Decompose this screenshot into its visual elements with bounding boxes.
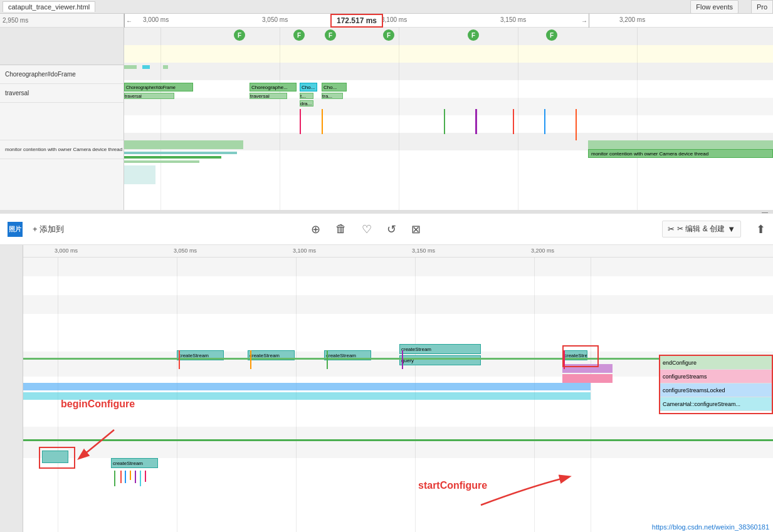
bg-row-1 bbox=[124, 28, 773, 45]
ruler-left-time: 2,950 ms bbox=[3, 17, 28, 24]
mini-bottom-v-4 bbox=[402, 350, 403, 369]
vline-2 bbox=[280, 28, 280, 210]
flow-events-button[interactable]: Flow events bbox=[690, 0, 739, 14]
begin-configure-arrow bbox=[58, 427, 133, 464]
bottom-bg-3 bbox=[23, 295, 773, 314]
delete-icon[interactable]: 🗑 bbox=[335, 222, 347, 236]
heart-icon[interactable]: ♡ bbox=[362, 222, 372, 236]
mini-below-v-7 bbox=[145, 471, 146, 482]
query-block: query bbox=[399, 355, 481, 365]
mini-bottom-v-3 bbox=[327, 350, 328, 369]
vline-5 bbox=[637, 28, 638, 210]
mini-bottom-v-1 bbox=[179, 350, 180, 369]
bottom-bg-1 bbox=[23, 258, 773, 276]
trace-viewer: catapult_trace_viewer.html Flow events P… bbox=[0, 0, 773, 210]
blue-long-bar bbox=[23, 383, 591, 390]
f-marker-3: F bbox=[325, 29, 336, 41]
tab-title[interactable]: catapult_trace_viewer.html bbox=[3, 1, 95, 12]
chore-block-3: Cho... bbox=[300, 83, 317, 91]
trace-left-panel: Choreographer#doFrame traversal monitor … bbox=[0, 28, 124, 210]
mini-below-v-6 bbox=[140, 471, 141, 486]
mini-below-v-3 bbox=[125, 471, 126, 483]
zoom-icon[interactable]: ⊕ bbox=[311, 222, 320, 236]
chore-block-2: Choreographe... bbox=[250, 83, 297, 91]
teal-bar bbox=[124, 152, 237, 154]
trace-main[interactable]: F F F F F F Choreographer#doFrame traver… bbox=[124, 28, 773, 210]
mini-below-v-2 bbox=[120, 471, 122, 483]
photo-toolbar: 照片 + 添加到 ⊕ 🗑 ♡ ↺ ⊠ ✂ ✂ 编辑 & 创建 ▼ ⬆ bbox=[0, 214, 773, 245]
mini-v-4 bbox=[475, 109, 477, 134]
chore-block-1: Choreographer#doFrame bbox=[124, 83, 193, 91]
small-green-bar bbox=[124, 156, 221, 159]
label-traversal: traversal bbox=[0, 84, 124, 103]
create-stream-4: createStream bbox=[399, 344, 481, 354]
mini-below-v-5 bbox=[135, 471, 136, 483]
crop-icon[interactable]: ⊠ bbox=[411, 222, 421, 236]
bottom-bg-8 bbox=[23, 458, 773, 532]
vline-1 bbox=[160, 28, 161, 210]
arrow-left: ← bbox=[126, 18, 132, 24]
share-icon[interactable]: ⬆ bbox=[756, 222, 765, 236]
chore-traversal-4: tra... bbox=[322, 93, 343, 99]
bottom-left-panel bbox=[0, 245, 23, 532]
begin-configure-label: beginConfigure bbox=[61, 399, 135, 410]
bottom-tick-3: 3,100 ms bbox=[293, 248, 316, 254]
bottom-vline-6 bbox=[591, 258, 591, 532]
mini-v-5 bbox=[513, 109, 514, 134]
light-green-bar bbox=[124, 160, 199, 163]
mini-bottom-v-2 bbox=[250, 350, 251, 369]
info-row-1: endConfigure bbox=[660, 356, 772, 370]
ruler-left-panel: 2,950 ms bbox=[0, 14, 124, 27]
bottom-main: 3,000 ms 3,050 ms 3,100 ms 3,150 ms 3,20… bbox=[23, 245, 773, 532]
chevron-down-icon: ▼ bbox=[727, 224, 735, 234]
bottom-bg-4 bbox=[23, 314, 773, 352]
mini-below-v-4 bbox=[130, 471, 131, 480]
bottom-tick-1: 3,000 ms bbox=[55, 248, 78, 254]
mini-v-1 bbox=[300, 109, 301, 134]
teal-block-bottom bbox=[124, 165, 155, 184]
photos-icon: 照片 bbox=[8, 222, 23, 237]
mini-bars-row bbox=[124, 65, 773, 69]
mini-v-7 bbox=[576, 109, 577, 140]
f-marker-4: F bbox=[383, 29, 394, 41]
bg-row-6 bbox=[124, 115, 773, 133]
red-box-middle-right bbox=[562, 345, 599, 367]
f-marker-5: F bbox=[468, 29, 479, 41]
monitor-contention-block: monitor contention with owner Camera dev… bbox=[588, 149, 773, 158]
chore-traversal-2: traversal bbox=[250, 93, 287, 99]
bg-row-5 bbox=[124, 98, 773, 115]
selection-arrows: ← → bbox=[125, 14, 589, 28]
green-bar-1 bbox=[124, 140, 243, 149]
add-to-button[interactable]: + 添加到 bbox=[28, 221, 69, 237]
f-marker-1: F bbox=[234, 29, 245, 41]
right-info-box: endConfigure configureStreams configureS… bbox=[659, 355, 773, 414]
chore-traversal-5: dra... bbox=[300, 100, 313, 107]
rotate-icon[interactable]: ↺ bbox=[387, 222, 396, 236]
bottom-trace: 3,000 ms 3,050 ms 3,100 ms 3,150 ms 3,20… bbox=[0, 245, 773, 532]
bottom-tick-4: 3,150 ms bbox=[412, 248, 435, 254]
bottom-bg-7 bbox=[23, 427, 773, 458]
vline-3 bbox=[399, 28, 399, 210]
arrow-right: → bbox=[581, 18, 587, 24]
bottom-tick-5: 3,200 ms bbox=[531, 248, 554, 254]
pro-button[interactable]: Pro bbox=[751, 0, 773, 14]
label-monitor: monitor contention with owner Camera dev… bbox=[0, 140, 124, 159]
chore-block-4: Cho... bbox=[322, 83, 347, 91]
bottom-tick-2: 3,050 ms bbox=[174, 248, 197, 254]
watermark: https://blog.csdn.net/weixin_38360181 bbox=[648, 522, 773, 532]
f-marker-2: F bbox=[293, 29, 305, 41]
trace-content: Choreographer#doFrame traversal monitor … bbox=[0, 28, 773, 210]
mini-below-v-1 bbox=[114, 471, 115, 486]
mini-v-2 bbox=[322, 109, 323, 134]
green-bar-2 bbox=[588, 140, 773, 149]
label-choreographer: Choreographer#doFrame bbox=[0, 65, 124, 84]
bottom-ruler: 3,000 ms 3,050 ms 3,100 ms 3,150 ms 3,20… bbox=[23, 245, 773, 258]
bg-row-4 bbox=[124, 80, 773, 98]
chore-traversal-3: t... bbox=[300, 93, 313, 99]
mini-v-6 bbox=[544, 109, 545, 134]
ruler-tick-5: 3,200 ms bbox=[619, 16, 645, 23]
selection-range: ← → 172.517 ms bbox=[124, 14, 589, 28]
f-marker-6: F bbox=[546, 29, 557, 41]
edit-create-button[interactable]: ✂ ✂ 编辑 & 创建 ▼ bbox=[662, 221, 741, 237]
tab-bar: catapult_trace_viewer.html Flow events P… bbox=[0, 0, 773, 14]
